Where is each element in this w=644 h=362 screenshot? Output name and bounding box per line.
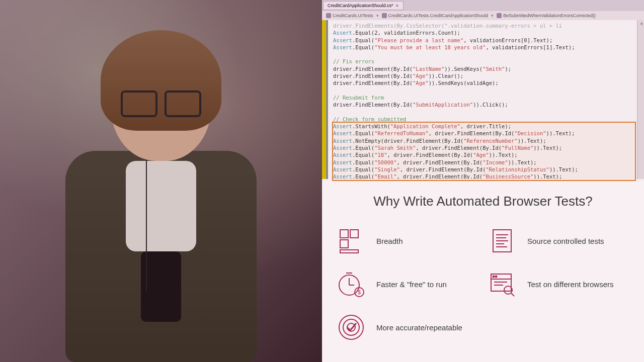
svg-rect-2: [340, 240, 348, 248]
code-breadcrumb: CreditCards.UITests ▾ CreditCards.UITest…: [322, 11, 644, 20]
bullet-browsers: Test on different browsers: [488, 270, 629, 298]
method-icon: [497, 13, 502, 18]
svg-rect-1: [350, 230, 358, 238]
slide-title: Why Write Automated Browser Tests?: [337, 194, 629, 209]
course-thumbnail-photo: [0, 0, 322, 362]
stopwatch-dollar-icon: $: [337, 270, 365, 298]
csharp-icon: [326, 13, 331, 18]
class-icon: [382, 13, 387, 18]
bullet-label: Test on different browsers: [527, 280, 613, 289]
ide-screenshot: CreditCardApplicationShould.cs* ✕ Credit…: [322, 0, 644, 181]
target-check-icon: [337, 313, 365, 341]
bullet-label: More accurate/repeatable: [376, 323, 462, 332]
breadcrumb-project[interactable]: CreditCards.UITests: [324, 13, 375, 18]
bullet-faster: $ Faster & "free" to run: [337, 270, 478, 298]
change-gutter: [322, 20, 326, 179]
document-code-icon: [488, 227, 516, 255]
bullet-accurate: More accurate/repeatable: [337, 313, 478, 341]
expand-icon[interactable]: +: [640, 21, 643, 27]
bullet-label: Breadth: [376, 237, 403, 245]
bullet-source-control: Source controlled tests: [488, 227, 629, 255]
slide-panel: Why Write Automated Browser Tests? Bread…: [322, 181, 644, 362]
svg-text:$: $: [358, 289, 361, 295]
svg-point-25: [343, 319, 359, 335]
editor-tab-bar: CreditCardApplicationShould.cs* ✕: [322, 0, 644, 11]
scrollbar-preview[interactable]: +: [637, 20, 644, 179]
breadcrumb-method[interactable]: BeSubmittedWhenValidationErrorsCorrected…: [495, 13, 598, 18]
bullet-label: Source controlled tests: [527, 237, 604, 245]
editor-tab-active[interactable]: CreditCardApplicationShould.cs* ✕: [323, 1, 404, 10]
breadcrumb-class[interactable]: CreditCards.UITests.CreditCardApplicatio…: [380, 13, 491, 18]
close-icon[interactable]: ✕: [395, 4, 399, 8]
bullet-label: Faster & "free" to run: [376, 280, 447, 289]
svg-point-18: [493, 276, 495, 278]
code-highlight-box: [332, 122, 636, 181]
outline-gutter: [326, 20, 328, 179]
grid-icon: [337, 227, 365, 255]
svg-rect-3: [340, 250, 358, 253]
bullet-breadth: Breadth: [337, 227, 478, 255]
tab-filename: CreditCardApplicationShould.cs*: [328, 3, 393, 8]
browser-search-icon: [488, 270, 516, 298]
svg-rect-0: [340, 230, 348, 238]
svg-point-19: [496, 276, 497, 278]
svg-line-23: [511, 293, 514, 296]
